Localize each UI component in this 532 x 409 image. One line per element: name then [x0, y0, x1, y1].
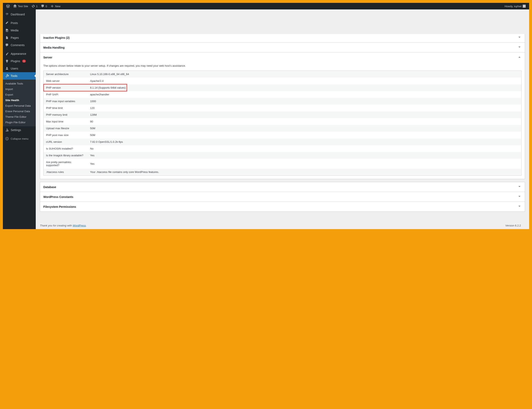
section-filesystem-permissions[interactable]: Filesystem Permissions — [40, 202, 525, 211]
users-icon — [5, 66, 9, 71]
chevron-down-icon — [517, 185, 522, 189]
table-value: Your .htaccess file contains only core W… — [88, 169, 521, 176]
section-database[interactable]: Database — [40, 182, 525, 192]
comment-icon — [41, 4, 45, 8]
update-icon — [31, 4, 35, 8]
admin-sidebar: Dashboard Posts Media Pages Comments App… — [3, 9, 36, 229]
table-row: Is the Imagick library available?Yes — [44, 152, 522, 159]
table-value: 120 — [88, 105, 521, 111]
dashboard-icon — [5, 12, 9, 16]
sidebar-item-media[interactable]: Media — [3, 27, 36, 34]
settings-icon — [5, 128, 9, 132]
table-value: Apache/2.4 — [88, 78, 521, 84]
section-media-handling[interactable]: Media Handling — [40, 43, 525, 52]
comments-link[interactable]: 0 — [39, 3, 49, 9]
subitem-available-tools[interactable]: Available Tools — [3, 81, 36, 86]
wp-logo-menu[interactable] — [5, 3, 11, 9]
subitem-import[interactable]: Import — [3, 86, 36, 92]
subitem-site-health[interactable]: Site Health — [3, 97, 36, 103]
sidebar-item-posts[interactable]: Posts — [3, 19, 36, 27]
sidebar-item-appearance[interactable]: Appearance — [3, 50, 36, 57]
svg-point-0 — [6, 137, 9, 140]
section-wp-constants[interactable]: WordPress Constants — [40, 192, 525, 202]
table-row: Upload max filesize50M — [44, 125, 522, 132]
subitem-export[interactable]: Export — [3, 92, 36, 97]
server-description: The options shown below relate to your s… — [43, 64, 522, 67]
table-value: No — [88, 145, 521, 152]
updates-link[interactable]: 1 — [30, 3, 39, 9]
table-row: .htaccess rulesYour .htaccess file conta… — [44, 169, 522, 176]
table-value: 7.82.0 OpenSSL/1.0.2k-fips — [88, 138, 521, 145]
table-key: Is the Imagick library available? — [44, 152, 88, 159]
server-info-table: Server architectureLinux 5.10.166-0.x86_… — [43, 71, 522, 176]
section-inactive-plugins[interactable]: Inactive Plugins (2) — [40, 34, 525, 43]
chevron-down-icon — [517, 35, 522, 40]
table-value: 8.1.14 (Supports 64bit values) — [88, 84, 521, 91]
table-row: PHP memory limit128M — [44, 111, 522, 118]
sidebar-item-settings[interactable]: Settings — [3, 126, 36, 134]
subitem-theme-file-editor[interactable]: Theme File Editor — [3, 114, 36, 119]
table-row: cURL version7.82.0 OpenSSL/1.0.2k-fips — [44, 138, 522, 145]
table-key: Web server — [44, 78, 88, 84]
admin-bar: Test Site 1 0 New Howdy, iuyhwt — [3, 3, 529, 9]
table-key: .htaccess rules — [44, 169, 88, 176]
comments-menu-icon — [5, 43, 9, 47]
table-row: PHP version8.1.14 (Supports 64bit values… — [44, 84, 522, 91]
chevron-down-icon — [517, 45, 522, 50]
table-value: 1000 — [88, 98, 521, 105]
table-row: Web serverApache/2.4 — [44, 78, 522, 84]
sidebar-item-dashboard[interactable]: Dashboard — [3, 11, 36, 18]
plugins-badge: 1 — [22, 60, 26, 63]
table-key: PHP memory limit — [44, 111, 88, 118]
table-key: Is SUHOSIN installed? — [44, 145, 88, 152]
sidebar-item-users[interactable]: Users — [3, 65, 36, 72]
subitem-export-personal-data[interactable]: Export Personal Data — [3, 103, 36, 109]
plus-icon — [50, 4, 54, 8]
table-key: Server architecture — [44, 71, 88, 78]
table-key: Max input time — [44, 118, 88, 125]
appearance-icon — [5, 52, 9, 56]
subitem-erase-personal-data[interactable]: Erase Personal Data — [3, 109, 36, 114]
version-text: Version 6.2.2 — [505, 224, 521, 227]
table-key: PHP time limit — [44, 105, 88, 111]
section-server[interactable]: Server — [40, 53, 525, 62]
posts-icon — [5, 21, 9, 25]
table-key: PHP version — [44, 84, 88, 91]
new-content-link[interactable]: New — [49, 3, 62, 9]
sidebar-item-pages[interactable]: Pages — [3, 34, 36, 41]
table-value: Linux 5.10.166-0.x86_64 x86_64 — [88, 71, 521, 78]
plugins-icon — [5, 59, 9, 63]
table-key: Are pretty permalinks supported? — [44, 159, 88, 169]
tools-icon — [5, 74, 9, 78]
site-name-link[interactable]: Test Site — [11, 3, 30, 9]
wordpress-link[interactable]: WordPress — [73, 224, 86, 227]
content-area: Inactive Plugins (2) Media Handling Serv… — [36, 9, 529, 229]
table-key: PHP SAPI — [44, 91, 88, 98]
table-value: 50M — [88, 125, 521, 132]
table-row: PHP post max size50M — [44, 132, 522, 138]
my-account-link[interactable]: Howdy, iuyhwt — [503, 3, 527, 9]
pages-icon — [5, 36, 9, 40]
table-key: Upload max filesize — [44, 125, 88, 132]
table-key: PHP max input variables — [44, 98, 88, 105]
table-key: PHP post max size — [44, 132, 88, 138]
new-label: New — [55, 5, 60, 8]
collapse-menu-button[interactable]: Collapse menu — [3, 135, 36, 142]
table-row: PHP SAPIapache2handler — [44, 91, 522, 98]
subitem-plugin-file-editor[interactable]: Plugin File Editor — [3, 119, 36, 125]
site-title: Test Site — [18, 5, 28, 8]
chevron-down-icon — [517, 194, 522, 199]
table-value: 90 — [88, 118, 521, 125]
home-icon — [13, 4, 17, 8]
sidebar-item-tools[interactable]: Tools — [3, 72, 36, 80]
table-value: apache2handler — [88, 91, 521, 98]
table-row: Server architectureLinux 5.10.166-0.x86_… — [44, 71, 522, 78]
wordpress-icon — [6, 4, 10, 8]
updates-count: 1 — [36, 5, 38, 8]
footer: Thank you for creating with WordPress. V… — [40, 224, 521, 227]
table-value: 128M — [88, 111, 521, 118]
table-row: PHP time limit120 — [44, 105, 522, 111]
chevron-down-icon — [517, 204, 522, 209]
sidebar-item-comments[interactable]: Comments — [3, 41, 36, 49]
sidebar-item-plugins[interactable]: Plugins 1 — [3, 57, 36, 65]
